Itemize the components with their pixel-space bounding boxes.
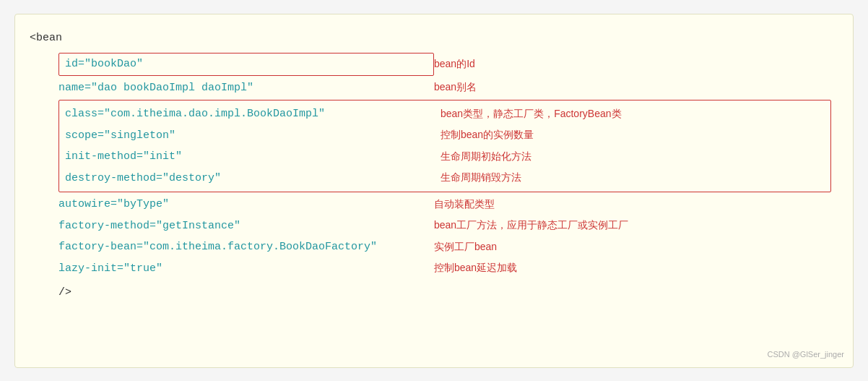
row-scope: scope="singleton" 控制bean的实例数量 bbox=[59, 125, 830, 147]
row-id: id="bookDao" bean的Id bbox=[58, 51, 831, 77]
attr-destroy: destroy-method="destory" bbox=[65, 169, 440, 188]
attr-id: id="bookDao" bbox=[58, 53, 434, 76]
attr-lazy: lazy-init="true" bbox=[58, 260, 434, 278]
attr-factory-bean: factory-bean="com.itheima.factory.BookDa… bbox=[58, 238, 434, 257]
attributes-wrapper: id="bookDao" bean的Id name="dao bookDaoIm… bbox=[30, 51, 831, 302]
attr-factory-method: factory-method="getInstance" bbox=[58, 217, 434, 236]
comment-lazy: 控制bean延迟加载 bbox=[434, 260, 517, 277]
row-name: name="dao bookDaoImpl daoImpl" bean别名 bbox=[58, 77, 831, 99]
comment-destroy: 生命周期销毁方法 bbox=[440, 169, 521, 187]
row-factory-method: factory-method="getInstance" bean工厂方法，应用… bbox=[58, 215, 831, 237]
watermark: CSDN @GlSer_jinger bbox=[767, 348, 844, 361]
comment-class: bean类型，静态工厂类，FactoryBean类 bbox=[440, 106, 622, 123]
bean-open-tag: <bean bbox=[30, 29, 831, 48]
comment-scope: 控制bean的实例数量 bbox=[440, 127, 534, 144]
attr-autowire: autowire="byType" bbox=[58, 195, 434, 214]
close-tag: /> bbox=[58, 283, 831, 302]
comment-id: bean的Id bbox=[434, 56, 475, 73]
comment-name: bean别名 bbox=[434, 79, 477, 96]
attr-name: name="dao bookDaoImpl daoImpl" bbox=[58, 79, 434, 98]
attr-init: init-method="init" bbox=[65, 147, 440, 166]
attr-scope: scope="singleton" bbox=[65, 127, 440, 145]
code-panel: <bean id="bookDao" bean的Id name="dao boo… bbox=[14, 14, 854, 368]
row-class: class="com.itheima.dao.impl.BookDaoImpl"… bbox=[59, 103, 830, 125]
row-lazy: lazy-init="true" 控制bean延迟加载 bbox=[58, 258, 831, 280]
group-box: class="com.itheima.dao.impl.BookDaoImpl"… bbox=[58, 100, 831, 192]
comment-factory-bean: 实例工厂bean bbox=[434, 239, 497, 256]
row-destroy: destroy-method="destory" 生命周期销毁方法 bbox=[59, 168, 830, 189]
comment-init: 生命周期初始化方法 bbox=[440, 148, 531, 166]
comment-autowire: 自动装配类型 bbox=[434, 196, 495, 213]
row-init: init-method="init" 生命周期初始化方法 bbox=[59, 146, 830, 168]
row-autowire: autowire="byType" 自动装配类型 bbox=[58, 194, 831, 215]
comment-factory-method: bean工厂方法，应用于静态工厂或实例工厂 bbox=[434, 217, 628, 234]
attr-class: class="com.itheima.dao.impl.BookDaoImpl" bbox=[65, 105, 440, 124]
row-factory-bean: factory-bean="com.itheima.factory.BookDa… bbox=[58, 236, 831, 258]
